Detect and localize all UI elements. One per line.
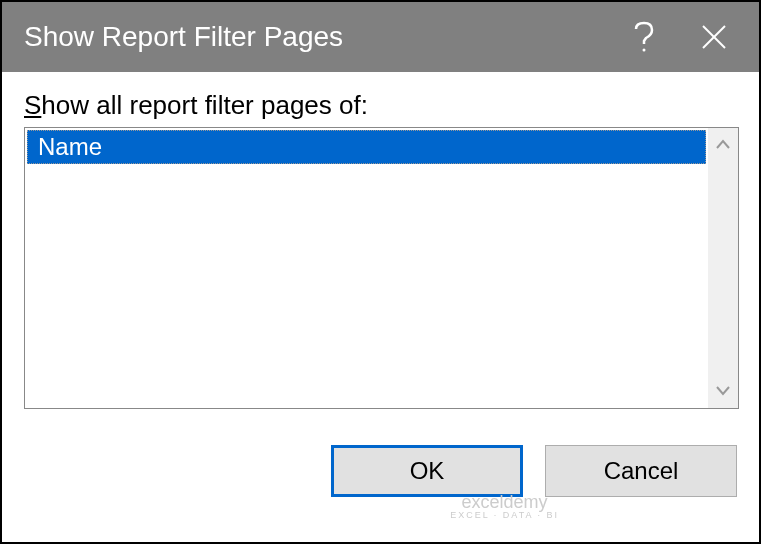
label-text: how all report filter pages of:: [41, 90, 368, 120]
cancel-button[interactable]: Cancel: [545, 445, 737, 497]
label-accelerator: S: [24, 90, 41, 120]
listbox-container: Name: [24, 127, 739, 409]
help-icon: [634, 21, 654, 53]
watermark-sub: EXCEL · DATA · BI: [450, 511, 559, 520]
dialog-window: Show Report Filter Pages Show all report…: [0, 0, 761, 544]
scrollbar[interactable]: [708, 128, 738, 408]
watermark: exceldemy EXCEL · DATA · BI: [450, 493, 559, 520]
list-item[interactable]: Name: [27, 130, 706, 164]
scroll-up-icon[interactable]: [715, 134, 731, 155]
dialog-title: Show Report Filter Pages: [24, 21, 609, 53]
button-row: OK Cancel: [2, 419, 759, 497]
dialog-body: Show all report filter pages of: Name: [2, 72, 759, 419]
listbox-label: Show all report filter pages of:: [24, 90, 737, 121]
filter-listbox[interactable]: Name: [25, 128, 708, 408]
close-icon: [700, 23, 728, 51]
ok-button[interactable]: OK: [331, 445, 523, 497]
scroll-down-icon[interactable]: [715, 381, 731, 402]
svg-point-0: [643, 49, 646, 52]
help-button[interactable]: [609, 2, 679, 72]
titlebar: Show Report Filter Pages: [2, 2, 759, 72]
close-button[interactable]: [679, 2, 749, 72]
